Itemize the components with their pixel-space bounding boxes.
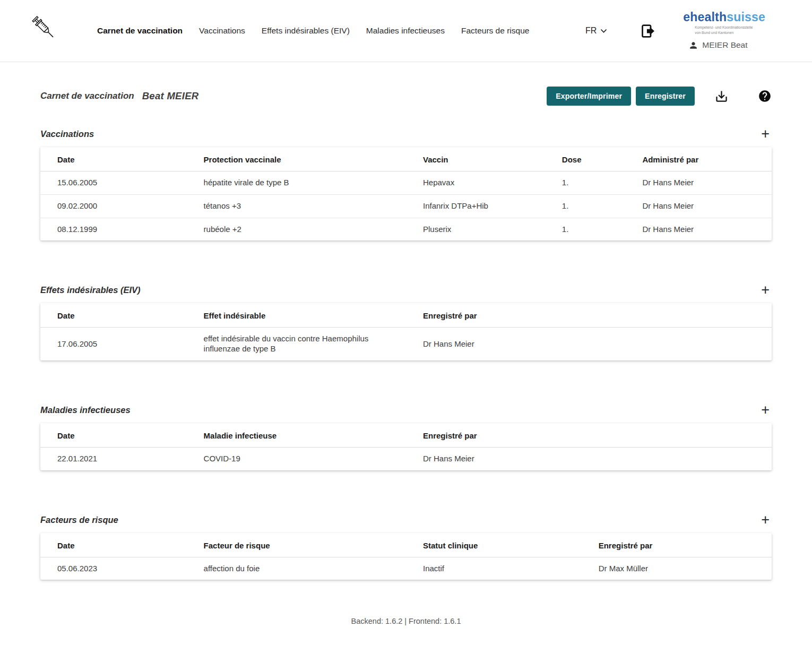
table-cell: Dr Hans Meier	[625, 171, 772, 195]
table-cell: Dr Hans Meier	[625, 218, 772, 240]
nav-item-maladies-infectieuses[interactable]: Maladies infectieuses	[366, 26, 445, 36]
table-cell: tétanos +3	[187, 194, 406, 218]
table-row[interactable]: 05.06.2023affection du foieInactifDr Max…	[40, 557, 772, 580]
column-header-maladie-infectieuse: Maladie infectieuse	[187, 423, 406, 448]
logo-part1: ehealth	[683, 10, 727, 24]
table-cell: 22.01.2021	[40, 447, 187, 470]
logo-subline: Kompetenz- und Koordinationsstelle von B…	[695, 25, 753, 36]
table-card: DateMaladie infectieuseEnregistré par22.…	[40, 423, 772, 470]
column-header-enregistr-par: Enregistré par	[582, 533, 772, 557]
nav-item-facteurs-de-risque[interactable]: Facteurs de risque	[461, 26, 529, 36]
table-cell: 15.06.2005	[40, 171, 187, 195]
user-info: MEIER Beat	[688, 40, 747, 50]
section-header: Vaccinations+	[40, 127, 772, 141]
table-cell: 05.06.2023	[40, 557, 187, 580]
table-row[interactable]: 17.06.2005effet indésirable du vaccin co…	[40, 328, 772, 360]
section-effets-ind-sirables-eiv: Effets indésirables (EIV)+DateEffet indé…	[40, 283, 772, 360]
table-cell: rubéole +2	[187, 218, 406, 240]
export-print-button[interactable]: Exporter/Imprimer	[547, 87, 631, 106]
table-card: DateProtection vaccinaleVaccinDoseAdmini…	[40, 147, 772, 240]
help-icon	[758, 89, 772, 103]
version-footer: Backend: 1.6.2 | Frontend: 1.6.1	[40, 617, 772, 639]
add-vaccinations-icon[interactable]: +	[759, 127, 772, 141]
nav-item-carnet-de-vaccination[interactable]: Carnet de vaccination	[97, 26, 183, 36]
add-facteurs-de-risque-icon[interactable]: +	[759, 513, 772, 527]
logo-subline-2: von Bund und Kantonen	[695, 30, 753, 36]
table-row[interactable]: 15.06.2005hépatite virale de type BHepav…	[40, 171, 772, 195]
column-header-dose: Dose	[545, 147, 626, 171]
data-table: DateMaladie infectieuseEnregistré par22.…	[40, 423, 772, 470]
column-header-effet-ind-sirable: Effet indésirable	[187, 303, 406, 328]
download-icon	[714, 89, 729, 104]
table-row[interactable]: 08.12.1999rubéole +2Pluserix1.Dr Hans Me…	[40, 218, 772, 240]
table-cell: 1.	[545, 171, 626, 195]
download-button[interactable]	[714, 89, 729, 104]
table-card: DateEffet indésirableEnregistré par17.06…	[40, 303, 772, 360]
table-row[interactable]: 22.01.2021COVID-19Dr Hans Meier	[40, 447, 772, 470]
column-header-enregistr-par: Enregistré par	[406, 423, 772, 448]
user-name: MEIER Beat	[702, 40, 747, 50]
table-cell: Dr Hans Meier	[406, 328, 772, 360]
column-header-vaccin: Vaccin	[406, 147, 545, 171]
section-header: Maladies infectieuses+	[40, 403, 772, 417]
data-table: DateEffet indésirableEnregistré par17.06…	[40, 303, 772, 360]
logo-wordmark: ehealthsuisse	[683, 11, 765, 23]
column-header-facteur-de-risque: Facteur de risque	[187, 533, 406, 557]
column-header-statut-clinique: Statut clinique	[406, 533, 582, 557]
save-button[interactable]: Enregistrer	[636, 87, 695, 106]
table-cell: effet indésirable du vaccin contre Haemo…	[187, 328, 406, 360]
table-cell: 1.	[545, 218, 626, 240]
table-cell: Dr Hans Meier	[625, 194, 772, 218]
table-cell: 17.06.2005	[40, 328, 187, 360]
section-vaccinations: Vaccinations+DateProtection vaccinaleVac…	[40, 127, 772, 240]
nav-item-effets-ind-sirables-eiv[interactable]: Effets indésirables (EIV)	[262, 26, 350, 36]
ehealthsuisse-logo: ehealthsuisse Kompetenz- und Koordinatio…	[683, 11, 765, 50]
logo-subline-1: Kompetenz- und Koordinationsstelle	[695, 25, 753, 30]
section-title: Vaccinations	[40, 129, 94, 139]
nav-links: Carnet de vaccinationVaccinationsEffets …	[97, 26, 529, 36]
table-cell: Hepavax	[406, 171, 545, 195]
main-content: Carnet de vaccination Beat MEIER Exporte…	[0, 87, 812, 639]
table-cell: Dr Max Müller	[582, 557, 772, 580]
logout-icon	[640, 23, 656, 39]
page-header: Carnet de vaccination Beat MEIER Exporte…	[40, 87, 772, 106]
language-selector[interactable]: FR	[585, 26, 607, 36]
column-header-protection-vaccinale: Protection vaccinale	[187, 147, 406, 171]
section-facteurs-de-risque: Facteurs de risque+DateFacteur de risque…	[40, 513, 772, 580]
page-title: Carnet de vaccination	[40, 91, 134, 101]
section-title: Effets indésirables (EIV)	[40, 285, 141, 295]
help-button[interactable]	[758, 89, 772, 103]
table-card: DateFacteur de risqueStatut cliniqueEnre…	[40, 533, 772, 580]
data-table: DateFacteur de risqueStatut cliniqueEnre…	[40, 533, 772, 580]
table-cell: 09.02.2000	[40, 194, 187, 218]
table-cell: Infanrix DTPa+Hib	[406, 194, 545, 218]
nav-item-vaccinations[interactable]: Vaccinations	[199, 26, 245, 36]
chevron-down-icon	[600, 29, 607, 33]
section-maladies-infectieuses: Maladies infectieuses+DateMaladie infect…	[40, 403, 772, 470]
table-cell: COVID-19	[187, 447, 406, 470]
column-header-date: Date	[40, 303, 187, 328]
table-cell: 1.	[545, 194, 626, 218]
column-header-administr-par: Administré par	[625, 147, 772, 171]
column-header-enregistr-par: Enregistré par	[406, 303, 772, 328]
logout-button[interactable]	[640, 23, 656, 39]
add-effets-ind-sirables-eiv-icon[interactable]: +	[759, 283, 772, 297]
column-header-date: Date	[40, 147, 187, 171]
section-header: Facteurs de risque+	[40, 513, 772, 527]
table-cell: Pluserix	[406, 218, 545, 240]
header-actions: Exporter/Imprimer Enregistrer	[547, 87, 772, 106]
table-row[interactable]: 09.02.2000tétanos +3Infanrix DTPa+Hib1.D…	[40, 194, 772, 218]
table-cell: Inactif	[406, 557, 582, 580]
add-maladies-infectieuses-icon[interactable]: +	[759, 403, 772, 417]
language-code: FR	[585, 26, 597, 36]
table-cell: affection du foie	[187, 557, 406, 580]
data-table: DateProtection vaccinaleVaccinDoseAdmini…	[40, 147, 772, 240]
syringe-icon	[29, 16, 59, 46]
section-title: Maladies infectieuses	[40, 405, 131, 415]
patient-name: Beat MEIER	[142, 90, 199, 102]
column-header-date: Date	[40, 423, 187, 448]
table-cell: 08.12.1999	[40, 218, 187, 240]
logo-part2: suisse	[727, 10, 765, 24]
section-title: Facteurs de risque	[40, 515, 118, 525]
table-cell: hépatite virale de type B	[187, 171, 406, 195]
